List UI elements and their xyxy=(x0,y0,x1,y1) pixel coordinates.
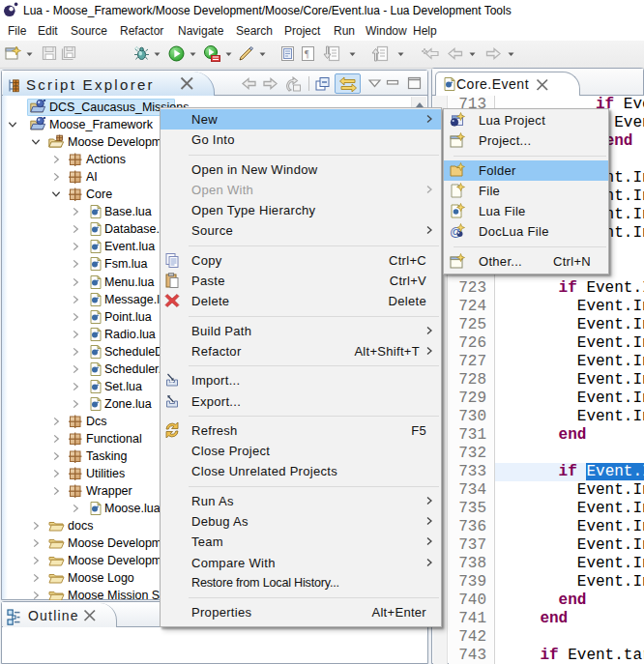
svg-text:¶: ¶ xyxy=(305,48,309,59)
